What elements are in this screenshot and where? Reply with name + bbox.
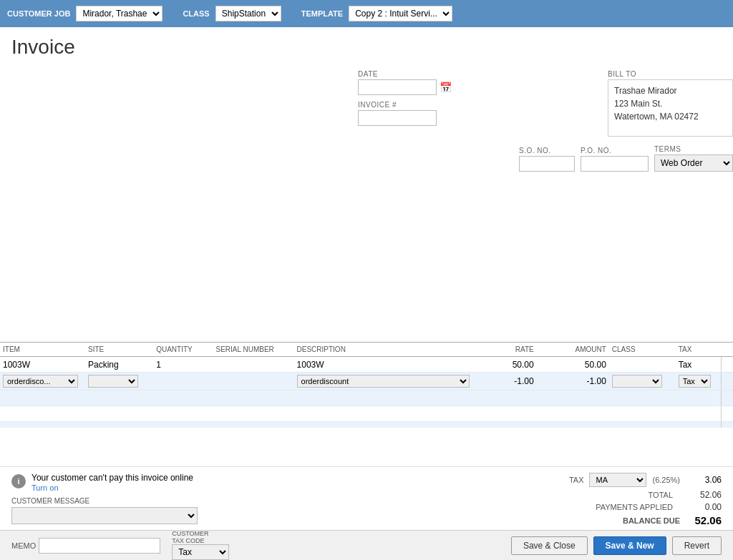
date-input[interactable]: 03/04/2015: [358, 79, 437, 95]
table-row: [0, 406, 733, 422]
tax-row: TAX MA (6.25%) 3.06: [478, 473, 722, 487]
row2-serial: [213, 373, 293, 390]
so-label: S.O. NO.: [519, 147, 575, 154]
bill-to-line3: Watertown, MA 02472: [614, 110, 727, 123]
po-label: P.O. NO.: [581, 147, 649, 154]
tax-value: 3.06: [686, 475, 722, 485]
table-row: [0, 390, 733, 406]
row2-rate: -1.00: [481, 373, 536, 390]
row1-item: 1003W: [0, 357, 85, 373]
col-header-tax: TAX: [676, 343, 722, 357]
customer-select[interactable]: Mirador, Trashae: [76, 6, 162, 21]
turn-on-link[interactable]: Turn on: [31, 483, 59, 492]
footer-area: i Your customer can't pay this invoice o…: [0, 466, 733, 530]
online-notice: i Your customer can't pay this invoice o…: [11, 473, 255, 493]
table-row: [0, 422, 733, 428]
notice-content: Your customer can't pay this invoice onl…: [31, 473, 193, 493]
save-close-button[interactable]: Save & Close: [511, 536, 588, 555]
row1-tax: Tax: [676, 357, 722, 373]
col-header-description: DESCRIPTION: [294, 343, 482, 357]
row1-amount: 50.00: [537, 357, 609, 373]
bill-to-section: BILL TO Trashae Mirador 123 Main St. Wat…: [608, 70, 733, 137]
customer-message-section: CUSTOMER MESSAGE: [11, 497, 198, 524]
col-header-rate: RATE: [481, 343, 536, 357]
row2-tax[interactable]: Tax: [676, 373, 722, 390]
invoice-table: ITEM SITE QUANTITY SERIAL NUMBER DESCRIP…: [0, 342, 733, 428]
save-new-button[interactable]: Save & New: [593, 536, 666, 555]
template-label: TEMPLATE: [301, 9, 343, 18]
row2-description[interactable]: orderdiscount: [294, 373, 482, 390]
notice-text: Your customer can't pay this invoice onl…: [31, 473, 193, 483]
customer-tax-code-select[interactable]: Tax: [172, 544, 229, 560]
tax-state-select[interactable]: MA: [589, 473, 646, 487]
invoice-title: Invoice: [11, 36, 722, 59]
payments-value: 0.00: [679, 502, 722, 512]
memo-group: MEMO: [11, 538, 160, 554]
revert-button[interactable]: Revert: [672, 536, 722, 555]
table-row: 1003W Packing 1 1003W 50.00 50.00 Tax: [0, 357, 733, 373]
row1-serial: [213, 357, 293, 373]
total-label: TOTAL: [580, 491, 673, 499]
row1-class: [609, 357, 676, 373]
customer-message-select[interactable]: [11, 507, 198, 524]
row2-class[interactable]: [609, 373, 676, 390]
row2-amount: -1.00: [537, 373, 609, 390]
tax-label: TAX: [569, 476, 584, 484]
balance-row: BALANCE DUE 52.06: [478, 514, 722, 526]
bottom-left: MEMO CUSTOMERTAX CODE Tax: [11, 531, 229, 560]
class-label: CLASS: [183, 9, 209, 18]
row1-quantity: 1: [153, 357, 213, 373]
class-select[interactable]: ShipStation: [215, 6, 281, 21]
tax-pct: (6.25%): [652, 476, 680, 484]
terms-label: TERMS: [654, 145, 733, 153]
date-section: DATE 03/04/2015 📅 INVOICE # CHL450786: [358, 70, 452, 126]
row1-description: 1003W: [294, 357, 482, 373]
invoice-num-label: INVOICE #: [358, 101, 452, 109]
col-header-quantity: QUANTITY: [153, 343, 213, 357]
col-header-item: ITEM: [0, 343, 85, 357]
info-icon: i: [11, 474, 26, 488]
table-wrapper: ITEM SITE QUANTITY SERIAL NUMBER DESCRIP…: [0, 164, 733, 428]
col-header-serial: SERIAL NUMBER: [213, 343, 293, 357]
customer-message-label: CUSTOMER MESSAGE: [11, 497, 198, 505]
row2-site-select[interactable]: [88, 375, 138, 388]
row2-desc-select[interactable]: orderdiscount: [297, 375, 470, 388]
payments-label: PAYMENTS APPLIED: [580, 503, 673, 511]
payments-row: PAYMENTS APPLIED 0.00: [478, 502, 722, 512]
col-header-class: CLASS: [609, 343, 676, 357]
totals-section: TAX MA (6.25%) 3.06 TOTAL 52.06 PAYMENTS…: [478, 473, 722, 526]
row2-item[interactable]: orderdisco...: [0, 373, 85, 390]
bottom-bar: MEMO CUSTOMERTAX CODE Tax Save & Close S…: [0, 530, 733, 560]
bottom-right: Save & Close Save & New Revert: [511, 536, 722, 555]
row2-quantity: [153, 373, 213, 390]
row2-item-select[interactable]: orderdisco...: [3, 375, 78, 388]
calendar-icon[interactable]: 📅: [440, 82, 452, 93]
scrollbar-row1: [721, 357, 733, 373]
memo-label: MEMO: [11, 541, 36, 550]
col-header-site: SITE: [85, 343, 153, 357]
template-select[interactable]: Copy 2 : Intuit Servi...: [349, 6, 452, 21]
bill-to-label: BILL TO: [608, 70, 733, 78]
customer-tax-code-label: CUSTOMERTAX CODE: [172, 531, 208, 545]
table-header-row: ITEM SITE QUANTITY SERIAL NUMBER DESCRIP…: [0, 343, 733, 357]
row1-rate: 50.00: [481, 357, 536, 373]
col-scroll: [721, 343, 733, 357]
table-row: orderdisco... orderdiscount -1.00 -1.00: [0, 373, 733, 390]
total-value: 52.06: [679, 490, 722, 500]
customer-tax-group: CUSTOMERTAX CODE Tax: [172, 531, 229, 560]
header-bar: CUSTOMER JOB Mirador, Trashae CLASS Ship…: [0, 0, 733, 27]
scrollbar-row2: [721, 373, 733, 390]
bill-to-line2: 123 Main St.: [614, 97, 727, 110]
bill-to-box[interactable]: Trashae Mirador 123 Main St. Watertown, …: [608, 79, 733, 137]
memo-input[interactable]: [39, 538, 160, 554]
row2-site[interactable]: [85, 373, 153, 390]
balance-value: 52.06: [686, 514, 722, 526]
row2-class-select[interactable]: [612, 375, 662, 388]
bill-to-line1: Trashae Mirador: [614, 84, 727, 97]
invoice-num-input[interactable]: CHL450786: [358, 110, 437, 126]
balance-label: BALANCE DUE: [587, 516, 680, 525]
total-row: TOTAL 52.06: [478, 490, 722, 500]
row1-site: Packing: [85, 357, 153, 373]
row2-tax-select[interactable]: Tax: [679, 375, 711, 388]
customer-label: CUSTOMER JOB: [7, 9, 70, 18]
